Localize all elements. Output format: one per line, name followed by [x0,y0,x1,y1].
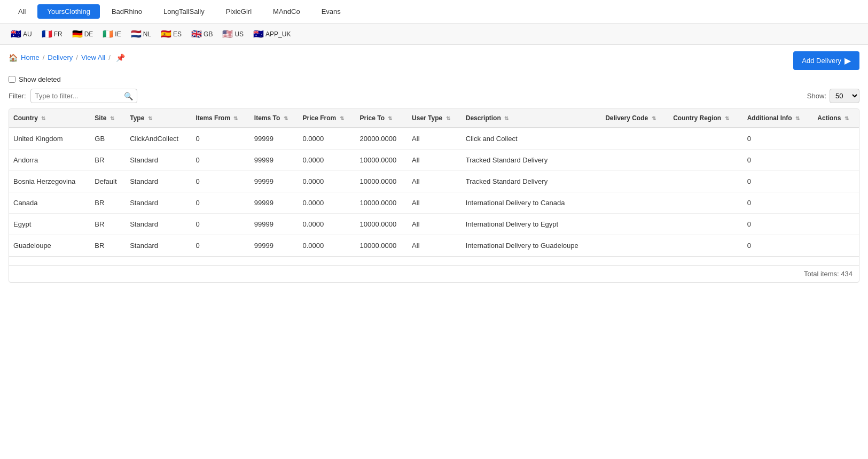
table-scroll[interactable]: Country ⇅ Site ⇅ Type ⇅ Items From ⇅ Ite… [9,109,859,256]
delivery-table: Country ⇅ Site ⇅ Type ⇅ Items From ⇅ Ite… [9,109,859,256]
show-select[interactable]: 50 100 200 [830,89,859,103]
flag-APP_UK[interactable]: 🇦🇺APP_UK [251,28,293,40]
total-items: Total items: 434 [9,265,859,282]
cell-actions-5[interactable] [813,235,859,256]
flag-label-GB: GB [204,30,213,38]
col-items-to[interactable]: Items To ⇅ [250,109,299,128]
cell-site-5: BR [90,235,126,256]
cell-price_to-1: 10000.0000 [356,150,408,171]
table-row: United KingdomGBClickAndCollect0999990.0… [9,128,859,150]
col-actions[interactable]: Actions ⇅ [813,109,859,128]
flag-emoji-IE: 🇮🇪 [103,29,113,39]
cell-actions-3[interactable] [813,192,859,214]
cell-additional_info-0: 0 [743,128,814,150]
cell-delivery_code-3 [601,192,669,214]
tab-badrhino[interactable]: BadRhino [102,4,152,19]
flag-NL[interactable]: 🇳🇱NL [129,28,153,40]
col-items-from[interactable]: Items From ⇅ [191,109,249,128]
col-description[interactable]: Description ⇅ [462,109,601,128]
cell-country_region-0 [669,128,743,150]
cell-country_region-1 [669,150,743,171]
cell-actions-1[interactable] [813,150,859,171]
filter-input-wrap: 🔍 [30,89,137,103]
flag-ES[interactable]: 🇪🇸ES [159,28,184,40]
cell-actions-4[interactable] [813,214,859,235]
col-country-region[interactable]: Country Region ⇅ [669,109,743,128]
cell-price_from-2: 0.0000 [299,171,356,192]
cell-items_from-5: 0 [191,235,249,256]
cell-delivery_code-0 [601,128,669,150]
col-price-to[interactable]: Price To ⇅ [356,109,408,128]
tab-evans[interactable]: Evans [312,4,350,19]
add-delivery-icon: ▶ [844,56,851,66]
tab-all[interactable]: All [9,4,35,19]
sort-description: ⇅ [504,115,509,121]
cell-additional_info-2: 0 [743,171,814,192]
breadcrumb-view-all[interactable]: View All [81,53,105,61]
table-wrap: Country ⇅ Site ⇅ Type ⇅ Items From ⇅ Ite… [9,108,859,283]
breadcrumb-delivery[interactable]: Delivery [48,53,73,61]
flag-emoji-AU: 🇦🇺 [11,29,21,39]
breadcrumb-home[interactable]: Home [21,53,40,61]
flag-DE[interactable]: 🇩🇪DE [70,28,96,40]
header-row: 🏠 Home / Delivery / View All / 📌 Add Del… [9,51,859,70]
cell-user_type-0: All [408,128,462,150]
sort-type: ⇅ [148,115,152,121]
sort-actions: ⇅ [844,115,849,121]
flag-AU[interactable]: 🇦🇺AU [9,28,34,40]
sort-price-to: ⇅ [388,115,392,121]
tab-yoursclothing[interactable]: YoursClothing [37,4,99,19]
sort-additional-info: ⇅ [795,115,800,121]
cell-actions-2[interactable] [813,171,859,192]
flag-label-ES: ES [173,30,182,38]
breadcrumb-sep-2: / [76,53,78,61]
table-row: AndorraBRStandard0999990.000010000.0000A… [9,150,859,171]
col-additional-info[interactable]: Additional Info ⇅ [743,109,814,128]
col-price-from[interactable]: Price From ⇅ [299,109,356,128]
flag-emoji-FR: 🇫🇷 [42,29,52,39]
horizontal-scrollbar[interactable] [9,256,859,265]
cell-actions-0[interactable] [813,128,859,150]
show-deleted-checkbox[interactable] [9,76,15,83]
home-icon: 🏠 [9,53,18,62]
flag-label-AU: AU [23,30,32,38]
col-delivery-code[interactable]: Delivery Code ⇅ [601,109,669,128]
flag-GB[interactable]: 🇬🇧GB [189,28,215,40]
flag-IE[interactable]: 🇮🇪IE [100,28,123,40]
total-items-label: Total items: 434 [804,270,853,278]
flag-FR[interactable]: 🇫🇷FR [40,28,65,40]
tab-mandco[interactable]: MAndCo [263,4,310,19]
flag-US[interactable]: 🇺🇸US [220,28,246,40]
flag-emoji-ES: 🇪🇸 [161,29,171,39]
cell-description-5: International Delivery to Guadeloupe [462,235,601,256]
flag-emoji-GB: 🇬🇧 [191,29,202,39]
col-country[interactable]: Country ⇅ [9,109,90,128]
cell-price_from-0: 0.0000 [299,128,356,150]
cell-site-1: BR [90,150,126,171]
show-row: Show: 50 100 200 [807,89,859,103]
col-user-type[interactable]: User Type ⇅ [408,109,462,128]
cell-additional_info-1: 0 [743,150,814,171]
main-content: 🏠 Home / Delivery / View All / 📌 Add Del… [0,45,868,289]
cell-country-3: Canada [9,192,90,214]
tab-longtallsally[interactable]: LongTallSally [154,4,214,19]
col-site[interactable]: Site ⇅ [90,109,126,128]
tab-pixiegirl[interactable]: PixieGirl [216,4,261,19]
filter-row: Filter: 🔍 Show: 50 100 200 [9,89,859,103]
pin-icon[interactable]: 📌 [116,53,125,62]
add-delivery-button[interactable]: Add Delivery ▶ [793,51,859,70]
col-type[interactable]: Type ⇅ [126,109,191,128]
cell-items_to-4: 99999 [250,214,299,235]
cell-price_to-4: 10000.0000 [356,214,408,235]
cell-country_region-4 [669,214,743,235]
filter-input[interactable] [30,89,137,103]
sort-items-to: ⇅ [284,115,288,121]
cell-price_from-3: 0.0000 [299,192,356,214]
table-row: CanadaBRStandard0999990.000010000.0000Al… [9,192,859,214]
cell-type-1: Standard [126,150,191,171]
table-row: GuadeloupeBRStandard0999990.000010000.00… [9,235,859,256]
flag-emoji-US: 🇺🇸 [222,29,233,39]
show-deleted-label[interactable]: Show deleted [19,75,61,83]
cell-additional_info-4: 0 [743,214,814,235]
cell-price_to-3: 10000.0000 [356,192,408,214]
